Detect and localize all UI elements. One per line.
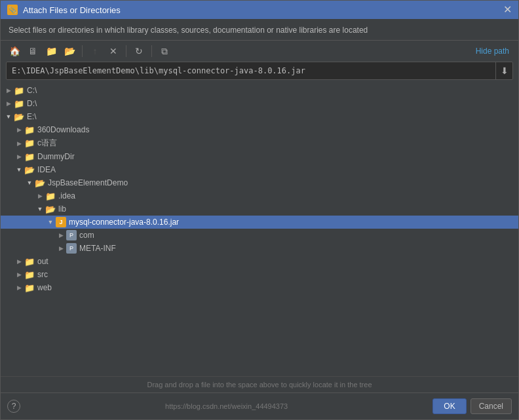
toggle-jspbase: ▼ [24,178,35,188]
tree-item-e[interactable]: ▼ 📂 E:\ [1,110,518,123]
folder-icon-cyu: 📁 [24,138,35,149]
footer: ? https://blog.csdn.net/weixin_44494373 … [1,392,518,419]
toggle-d: ▶ [3,98,14,109]
ok-button[interactable]: OK [432,398,466,414]
tree-item-lib[interactable]: ▼ 📂 lib [1,202,518,216]
toggle-metainf: ▶ [56,243,66,254]
folder-icon-out: 📁 [24,256,35,267]
toggle-360downloads: ▶ [14,124,24,135]
desktop-icon: 🖥 [28,46,37,56]
toggle-com: ▶ [56,230,66,240]
pkg-icon-com: P [66,230,77,240]
folder-icon-d: 📁 [14,98,24,109]
attach-files-dialog: 📎 Attach Files or Directories ✕ Select f… [0,0,519,420]
toggle-c: ▶ [3,85,14,96]
pkg-icon-metainf: P [66,243,77,254]
tree-item-d[interactable]: ▶ 📁 D:\ [1,97,518,110]
toggle-dotidea: ▶ [35,191,45,201]
folder-icon-dummydir: 📁 [24,151,35,162]
tree-item-com[interactable]: ▶ P com [1,229,518,242]
toolbar-separator-2 [126,45,126,57]
tree-label-d: D:\ [27,99,37,108]
toggle-e: ▼ [3,111,14,122]
footer-url: https://blog.csdn.net/weixin_44494373 [20,402,432,410]
tree-item-dummydir[interactable]: ▶ 📁 DummyDir [1,150,518,163]
download-icon: ⬇ [501,66,509,76]
path-bar: ⬇ [6,62,513,80]
folder-icon-e: 📂 [14,111,24,122]
refresh-button[interactable]: ↻ [130,43,147,59]
tree-item-idea[interactable]: ▼ 📂 IDEA [1,163,518,176]
move-icon: ↑ [93,46,98,56]
toggle-dummydir: ▶ [14,151,24,162]
tree-label-out: out [37,257,48,266]
tree-label-dotidea: .idea [58,191,75,200]
hide-path-button[interactable]: Hide path [472,45,513,57]
folder-icon-dotidea: 📁 [45,191,56,201]
help-button[interactable]: ? [7,400,20,413]
description-text: Select files or directories in which lib… [1,19,518,41]
delete-button[interactable]: ✕ [105,43,122,59]
toolbar-separator-1 [82,45,83,57]
tree-item-mysqljar[interactable]: ▼ J mysql-connector-java-8.0.16.jar [1,216,518,229]
folder-icon-idea: 📂 [24,164,35,175]
path-download-button[interactable]: ⬇ [495,62,512,79]
help-icon: ? [12,402,16,411]
move-button[interactable]: ↑ [86,43,104,59]
tree-label-jspbase: JspBaseElementDemo [48,178,128,187]
tree-label-360downloads: 360Downloads [37,125,89,134]
toolbar-separator-3 [151,45,152,57]
toggle-out: ▶ [14,256,24,267]
toggle-src: ▶ [14,269,24,280]
tree-label-cyu: c语言 [37,138,57,149]
folder-icon-360downloads: 📁 [24,124,35,135]
desktop-button[interactable]: 🖥 [24,43,41,59]
toggle-idea: ▼ [14,164,24,175]
delete-icon: ✕ [109,46,117,56]
cancel-button[interactable]: Cancel [471,398,512,414]
tree-item-cyu[interactable]: ▶ 📁 c语言 [1,136,518,150]
toolbar: 🏠 🖥 📁 📂 ↑ ✕ ↻ ⧉ Hide path [1,41,518,62]
tree-item-src[interactable]: ▶ 📁 src [1,268,518,281]
title-bar: 📎 Attach Files or Directories ✕ [1,1,518,19]
tree-item-web[interactable]: ▶ 📁 web [1,281,518,294]
folder-icon-src: 📁 [24,269,35,280]
tree-item-c[interactable]: ▶ 📁 C:\ [1,84,518,97]
link-button[interactable]: ⧉ [156,43,173,59]
file-tree[interactable]: ▶ 📁 C:\ ▶ 📁 D:\ ▼ 📂 E:\ ▶ 📁 360Downloads… [1,84,518,376]
tree-label-web: web [37,283,52,292]
toggle-cyu: ▶ [14,138,24,149]
folder-icon-jspbase: 📂 [35,178,45,188]
folder-icon-c: 📁 [14,85,24,96]
tree-item-360downloads[interactable]: ▶ 📁 360Downloads [1,123,518,136]
folder-icon-lib: 📂 [45,204,56,214]
refresh-icon: ↻ [135,46,143,56]
tree-label-idea: IDEA [37,165,56,174]
jar-icon-mysqljar: J [56,217,66,227]
path-input[interactable] [7,64,495,78]
tree-item-metainf[interactable]: ▶ P META-INF [1,242,518,255]
home-button[interactable]: 🏠 [6,43,23,59]
tree-label-mysqljar: mysql-connector-java-8.0.16.jar [69,218,179,227]
open-folder-icon: 📂 [64,46,75,56]
toggle-web: ▶ [14,282,24,293]
dialog-title: Attach Files or Directories [23,5,498,15]
toggle-lib: ▼ [35,204,45,214]
tree-label-c: C:\ [27,86,37,95]
tree-item-jspbase[interactable]: ▼ 📂 JspBaseElementDemo [1,176,518,189]
tree-item-out[interactable]: ▶ 📁 out [1,255,518,268]
open-folder-button[interactable]: 📂 [61,43,78,59]
toggle-mysqljar: ▼ [45,217,56,227]
tree-label-dummydir: DummyDir [37,152,75,161]
new-folder-button[interactable]: 📁 [43,43,60,59]
footer-buttons: OK Cancel [432,398,512,414]
tree-label-src: src [37,270,48,279]
tree-label-e: E:\ [27,112,37,121]
tree-item-dotidea[interactable]: ▶ 📁 .idea [1,189,518,202]
new-folder-icon: 📁 [46,46,57,56]
tree-label-com: com [79,231,94,240]
home-icon: 🏠 [9,46,20,56]
link-icon: ⧉ [161,46,168,57]
close-button[interactable]: ✕ [503,5,512,15]
folder-icon-web: 📁 [24,282,35,293]
